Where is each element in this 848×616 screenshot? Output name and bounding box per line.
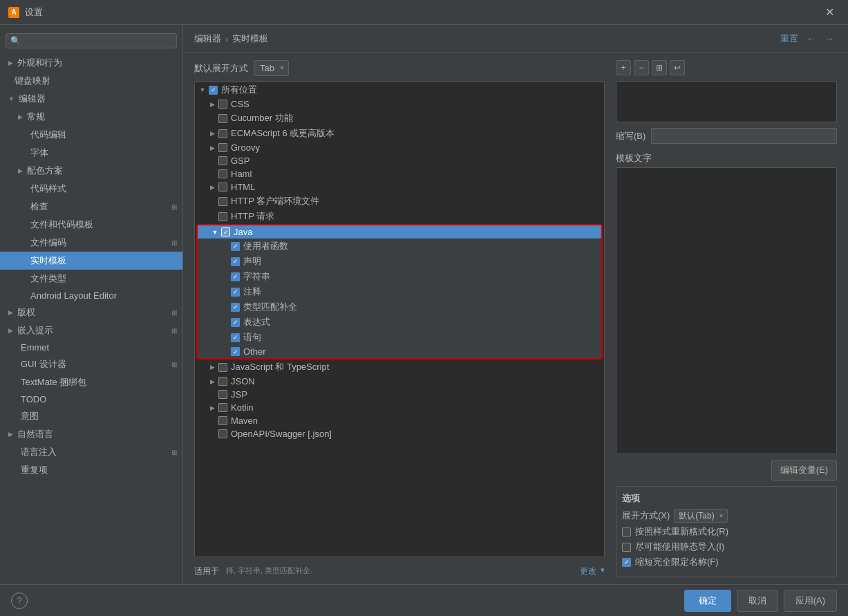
tree-checkbox[interactable] <box>218 403 227 412</box>
forward-button[interactable]: → <box>822 32 837 46</box>
sidebar-item-file-type[interactable]: 文件类型 <box>0 270 182 288</box>
sidebar-item-live-template[interactable]: 实时模板 <box>0 252 182 270</box>
sidebar-item-font[interactable]: 字体 <box>0 144 182 162</box>
static-import-checkbox[interactable] <box>622 543 631 552</box>
tree-item-gsp[interactable]: GSP <box>195 154 604 167</box>
expand-mode-select[interactable]: Tab <box>254 60 289 76</box>
back-button[interactable]: ← <box>804 32 819 46</box>
search-box[interactable]: 🔍 <box>6 33 177 48</box>
tree-checkbox[interactable] <box>218 183 227 192</box>
undo-button[interactable]: ↩ <box>670 60 685 75</box>
tree-item-all[interactable]: ▼ 所有位置 <box>195 82 604 97</box>
tree-checkbox[interactable] <box>209 86 218 95</box>
sidebar-item-textmate[interactable]: TextMate 捆绑包 <box>0 373 182 391</box>
sidebar-item-appearance[interactable]: ▶ 外观和行为 <box>0 54 182 72</box>
abbrev-input[interactable] <box>651 128 837 144</box>
tree-item-ecma[interactable]: ▶ ECMAScript 6 或更高版本 <box>195 126 604 141</box>
expand-option-select[interactable]: 默认(Tab) <box>674 509 728 523</box>
tree-item-css[interactable]: ▶ CSS <box>195 97 604 111</box>
tree-checkbox[interactable] <box>221 227 230 236</box>
copy-button[interactable]: ⊞ <box>652 60 667 75</box>
tree-item-java[interactable]: ▼ Java <box>198 225 601 239</box>
sidebar-item-embed-hints[interactable]: ▶ 嵌入提示 ⊞ <box>0 321 182 339</box>
sidebar-item-android-layout[interactable]: Android Layout Editor <box>0 288 182 304</box>
tree-item-java-comment[interactable]: 注释 <box>198 284 601 299</box>
tree-area[interactable]: ▼ 所有位置 ▶ CSS <box>194 82 605 557</box>
sidebar-item-file-encoding[interactable]: 文件编码 ⊞ <box>0 234 182 252</box>
tree-checkbox[interactable] <box>218 143 227 152</box>
tree-item-java-smart[interactable]: 类型匹配补全 <box>198 299 601 315</box>
tree-checkbox[interactable] <box>218 114 227 123</box>
tree-item-http-request[interactable]: HTTP 请求 <box>195 209 604 224</box>
expand-arrow <box>207 213 217 220</box>
tree-checkbox[interactable] <box>218 212 227 221</box>
tree-checkbox[interactable] <box>218 377 227 386</box>
tree-item-jsp[interactable]: JSP <box>195 388 604 401</box>
change-dropdown-arrow[interactable]: ▾ <box>601 566 605 575</box>
tree-checkbox[interactable] <box>218 169 227 178</box>
tree-item-js-ts[interactable]: ▶ JavaScript 和 TypeScript <box>195 360 604 375</box>
tree-checkbox[interactable] <box>218 156 227 165</box>
tree-item-java-expr[interactable]: 表达式 <box>198 315 601 330</box>
tree-checkbox[interactable] <box>218 390 227 399</box>
apply-button[interactable]: 应用(A) <box>784 590 837 612</box>
tree-item-java-string[interactable]: 字符串 <box>198 269 601 284</box>
search-input[interactable] <box>23 36 172 46</box>
edit-vars-button[interactable]: 编辑变量(E) <box>771 460 837 480</box>
tree-item-java-other[interactable]: Other <box>198 345 601 358</box>
tree-checkbox[interactable] <box>231 333 240 342</box>
sidebar-item-natural-lang[interactable]: ▶ 自然语言 <box>0 425 182 443</box>
tree-checkbox[interactable] <box>231 303 240 312</box>
add-button[interactable]: + <box>616 60 631 75</box>
reset-link[interactable]: 重置 <box>780 32 798 45</box>
sidebar-item-editor[interactable]: ▼ 编辑器 <box>0 90 182 108</box>
sidebar-item-gui-designer[interactable]: GUI 设计器 ⊞ <box>0 355 182 373</box>
sidebar-item-emmet[interactable]: Emmet <box>0 339 182 355</box>
cancel-button[interactable]: 取消 <box>737 590 778 612</box>
sidebar-item-code-style[interactable]: 代码样式 <box>0 180 182 198</box>
close-button[interactable]: ✕ <box>820 3 840 21</box>
tree-checkbox[interactable] <box>218 363 227 372</box>
tree-checkbox[interactable] <box>218 197 227 206</box>
tree-checkbox[interactable] <box>231 272 240 281</box>
tree-checkbox[interactable] <box>218 129 227 138</box>
tree-item-http-client[interactable]: HTTP 客户端环境文件 <box>195 194 604 209</box>
tree-item-json[interactable]: ▶ JSON <box>195 375 604 388</box>
tree-item-cucumber[interactable]: Cucumber 功能 <box>195 111 604 126</box>
sidebar-item-file-template[interactable]: 文件和代码模板 <box>0 216 182 234</box>
tree-item-kotlin[interactable]: ▶ Kotlin <box>195 401 604 414</box>
template-text-area[interactable] <box>616 167 837 454</box>
tree-checkbox[interactable] <box>231 257 240 266</box>
sidebar-item-code-edit[interactable]: 代码编辑 <box>0 126 182 144</box>
sidebar-item-color-scheme[interactable]: ▶ 配色方案 <box>0 162 182 180</box>
tree-item-maven[interactable]: Maven <box>195 414 604 427</box>
sidebar-item-copyright[interactable]: ▶ 版权 ⊞ <box>0 304 182 321</box>
tree-item-java-stmt[interactable]: 语句 <box>198 330 601 345</box>
sidebar-item-keyboard[interactable]: 键盘映射 <box>0 72 182 90</box>
shorten-checkbox[interactable] <box>622 558 631 567</box>
tree-item-html[interactable]: ▶ HTML <box>195 180 604 194</box>
minus-button[interactable]: − <box>634 60 649 75</box>
tree-item-java-decl[interactable]: 声明 <box>198 254 601 269</box>
tree-item-java-lambda[interactable]: 使用者函数 <box>198 239 601 254</box>
help-button[interactable]: ? <box>11 592 28 609</box>
sidebar-item-inspect[interactable]: 检查 ⊞ <box>0 198 182 216</box>
tree-checkbox[interactable] <box>218 429 227 438</box>
ok-button[interactable]: 确定 <box>684 590 731 612</box>
tree-checkbox[interactable] <box>218 100 227 109</box>
tree-checkbox[interactable] <box>218 416 227 425</box>
sidebar-item-repeat[interactable]: 重复项 <box>0 461 182 479</box>
tree-checkbox[interactable] <box>231 318 240 327</box>
sidebar-item-todo[interactable]: TODO <box>0 391 182 407</box>
change-link[interactable]: 更改 <box>580 566 596 577</box>
tree-checkbox[interactable] <box>231 347 240 356</box>
sidebar-item-intention[interactable]: 意图 <box>0 407 182 425</box>
sidebar-item-lang-inject[interactable]: 语言注入 ⊞ <box>0 443 182 461</box>
tree-item-groovy[interactable]: ▶ Groovy <box>195 141 604 154</box>
tree-checkbox[interactable] <box>231 242 240 251</box>
sidebar-item-general[interactable]: ▶ 常规 <box>0 108 182 126</box>
tree-item-haml[interactable]: Haml <box>195 167 604 180</box>
tree-checkbox[interactable] <box>231 288 240 297</box>
tree-item-openapi[interactable]: OpenAPI/Swagger [.json] <box>195 427 604 440</box>
reformat-checkbox[interactable] <box>622 528 631 536</box>
